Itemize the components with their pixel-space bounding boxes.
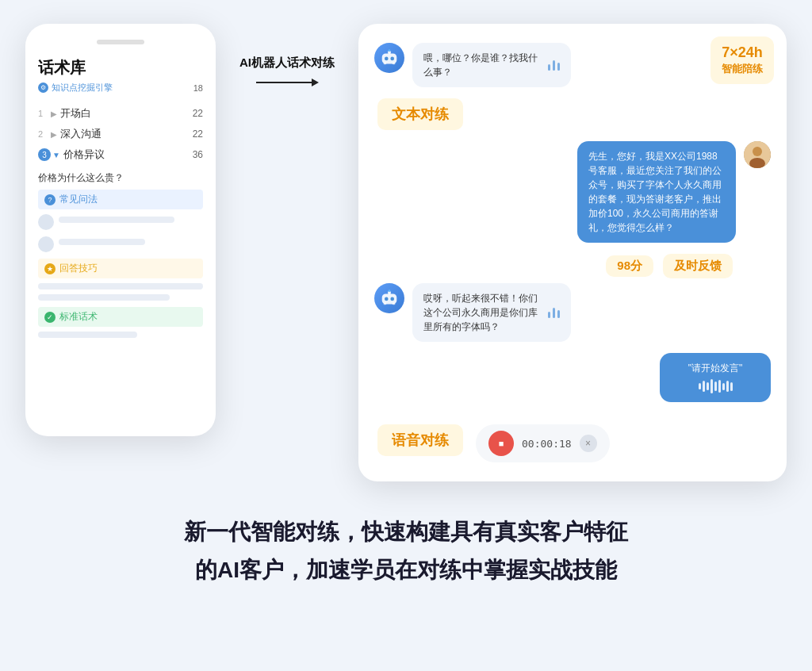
nav-item-3[interactable]: 3 ▼ 价格异议 36 xyxy=(38,144,203,165)
svg-point-14 xyxy=(389,289,391,292)
placeholder-line-2a xyxy=(59,239,145,245)
score-row: 98分 及时反馈 xyxy=(374,254,771,278)
voice-bubble-row: "请开始发言" xyxy=(660,353,771,402)
nav-label-1: 开场白 xyxy=(60,106,193,121)
wf-2 xyxy=(703,381,705,392)
sound-waves-1 xyxy=(548,60,560,71)
chat-messages: 喂，哪位？你是谁？找我什么事？ 文本对练 xyxy=(374,43,771,402)
avatar-placeholder-1 xyxy=(38,214,54,230)
nav-label-2: 深入沟通 xyxy=(60,127,193,141)
nav-count-1: 22 xyxy=(193,108,203,119)
bot-message-inline-2: 哎呀，听起来很不错！你们这个公司永久商用是你们库里所有的字体吗？ xyxy=(423,291,560,334)
svg-point-11 xyxy=(385,297,389,301)
section-standard: ✓ 标准话术 xyxy=(38,307,203,327)
voice-input-area: 语音对练 00:00:18 × xyxy=(374,418,771,462)
nav-arrow-2: ▶ xyxy=(51,130,57,139)
svg-rect-0 xyxy=(382,53,397,63)
wf-5 xyxy=(714,382,717,391)
wf-4 xyxy=(710,379,713,393)
check-icon: ✓ xyxy=(44,312,56,323)
bot-message-inline-1: 喂，哪位？你是谁？找我什么事？ xyxy=(423,51,560,79)
bot-message-2: 哎呀，听起来很不错！你们这个公司永久商用是你们库里所有的字体吗？ xyxy=(412,283,571,342)
waveform xyxy=(699,378,733,394)
bot-avatar-2 xyxy=(374,283,404,313)
nav-item-2[interactable]: 2 ▶ 深入沟通 22 xyxy=(38,124,203,144)
section-standard-label: 标准话术 xyxy=(59,310,98,324)
placeholder-row-1 xyxy=(38,214,203,230)
bot-text-1: 喂，哪位？你是谁？找我什么事？ xyxy=(423,51,538,79)
bot-avatar-1 xyxy=(374,43,404,73)
voice-input-bar: 00:00:18 × xyxy=(476,424,610,462)
badge-247-main: 7×24h xyxy=(722,44,763,62)
svg-point-12 xyxy=(390,297,394,301)
phone-subtitle: 知识点挖掘引擎 18 xyxy=(38,82,203,94)
svg-rect-10 xyxy=(382,293,397,304)
voice-practice-label: 语音对练 xyxy=(377,424,463,456)
bottom-line-2: 的AI客户，加速学员在对练中掌握实战技能 xyxy=(184,551,628,589)
placeholder-line-4 xyxy=(38,294,170,301)
avatar-placeholder-2 xyxy=(38,236,54,252)
wave-1 xyxy=(548,64,550,71)
svg-point-2 xyxy=(390,57,394,61)
svg-rect-6 xyxy=(393,63,396,65)
feedback-label: 及时反馈 xyxy=(663,254,733,278)
bot-bubble-2: 哎呀，听起来很不错！你们这个公司永久商用是你们库里所有的字体吗？ xyxy=(412,283,571,342)
nav-arrow-3: ▼ xyxy=(52,151,60,159)
section-common: ? 常见问法 xyxy=(38,190,203,209)
arrow-head xyxy=(312,79,319,86)
svg-rect-5 xyxy=(384,63,387,65)
placeholder-row-2 xyxy=(38,236,203,252)
wf-7 xyxy=(722,383,725,390)
placeholder-lines-1 xyxy=(59,217,203,228)
close-button[interactable]: × xyxy=(580,435,597,452)
score-and-bot: 98分 及时反馈 xyxy=(374,254,771,342)
nav-item-1[interactable]: 1 ▶ 开场白 22 xyxy=(38,103,203,124)
user-avatar xyxy=(744,141,771,168)
svg-rect-15 xyxy=(384,303,387,305)
voice-bubble: "请开始发言" xyxy=(660,353,771,402)
text-practice-row: 文本对练 xyxy=(374,98,771,130)
text-practice-label: 文本对练 xyxy=(377,98,463,130)
chat-row-2: 先生，您好，我是XX公司1988号客服，最近您关注了我们的公众号，购买了字体个人… xyxy=(374,141,771,243)
voice-bubble-text: "请开始发言" xyxy=(688,361,743,375)
svg-point-1 xyxy=(385,57,389,61)
chat-panel: 7×24h 智能陪练 xyxy=(358,24,787,481)
bot-text-2: 哎呀，听起来很不错！你们这个公司永久商用是你们库里所有的字体吗？ xyxy=(423,291,538,334)
question-icon: ? xyxy=(44,194,56,205)
bottom-line-1: 新一代智能对练，快速构建具有真实客户特征 xyxy=(184,513,628,551)
placeholder-line-3 xyxy=(38,283,203,289)
phone-badge: 18 xyxy=(193,83,203,93)
gear-icon xyxy=(38,82,48,93)
svg-rect-16 xyxy=(393,303,396,305)
bottom-text: 新一代智能对练，快速构建具有真实客户特征 的AI客户，加速学员在对练中掌握实战技… xyxy=(184,513,628,589)
wave-6 xyxy=(557,310,560,318)
main-content: 话术库 知识点挖掘引擎 18 1 ▶ 开场白 22 2 ▶ 深入沟通 22 3 … xyxy=(25,24,787,481)
phone-question: 价格为什么这么贵？ xyxy=(38,171,203,185)
nav-count-3: 36 xyxy=(193,149,203,160)
section-tips: ★ 回答技巧 xyxy=(38,259,203,278)
voice-timer: 00:00:18 xyxy=(522,438,572,450)
bot-message-1: 喂，哪位？你是谁？找我什么事？ xyxy=(412,43,571,87)
nav-count-2: 22 xyxy=(193,128,203,140)
sound-waves-2 xyxy=(548,308,560,318)
nav-arrow-1: ▶ xyxy=(51,109,57,118)
wf-8 xyxy=(726,381,729,392)
arrow-connector xyxy=(256,79,319,86)
wf-3 xyxy=(707,382,709,390)
record-button[interactable] xyxy=(488,431,514,456)
wave-4 xyxy=(548,312,550,318)
wf-1 xyxy=(699,383,701,389)
badge-247-sub: 智能陪练 xyxy=(722,62,763,76)
nav-num-3: 3 xyxy=(38,148,51,161)
svg-point-4 xyxy=(389,49,391,52)
badge-247: 7×24h 智能陪练 xyxy=(710,36,774,84)
chat-row-3: 哎呀，听起来很不错！你们这个公司永久商用是你们库里所有的字体吗？ xyxy=(374,283,771,342)
nav-num-1: 1 xyxy=(38,109,51,118)
nav-label-3: 价格异议 xyxy=(63,148,193,162)
nav-list: 1 ▶ 开场白 22 2 ▶ 深入沟通 22 3 ▼ 价格异议 36 xyxy=(38,103,203,165)
wf-6 xyxy=(718,380,721,393)
phone-title: 话术库 xyxy=(38,57,203,79)
wave-2 xyxy=(553,60,555,71)
placeholder-line-5 xyxy=(38,332,137,338)
arrow-area: AI机器人话术对练 xyxy=(239,24,335,86)
